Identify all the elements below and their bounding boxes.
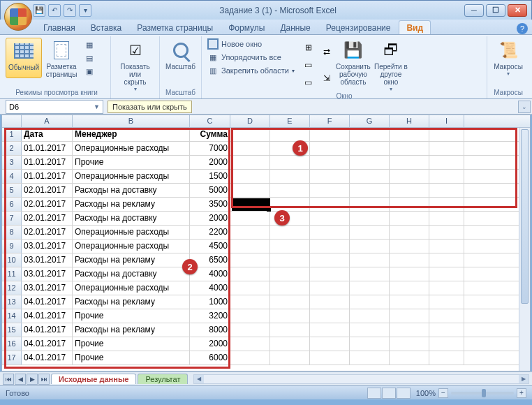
cell[interactable] (350, 212, 390, 225)
cell[interactable] (350, 198, 390, 211)
cell[interactable] (429, 295, 464, 309)
cell[interactable]: 02.01.2017 (22, 184, 73, 197)
cell[interactable] (310, 337, 350, 351)
cell[interactable] (390, 226, 429, 239)
cell[interactable]: 01.01.2017 (22, 142, 73, 155)
cell[interactable] (429, 170, 464, 183)
formula-bar-expand[interactable]: ⌄ (518, 101, 531, 113)
cell[interactable] (230, 351, 270, 364)
cell[interactable] (429, 281, 464, 295)
cell[interactable] (429, 212, 464, 225)
cell[interactable] (230, 142, 270, 155)
cell[interactable]: 6000 (190, 351, 230, 364)
macros-button[interactable]: 📜 Макросы ▾ (490, 38, 526, 77)
cell[interactable] (390, 156, 429, 169)
cell[interactable]: Прочие (73, 337, 190, 351)
cell[interactable] (429, 198, 464, 211)
reset-pos-icon[interactable]: ⇲ (321, 73, 332, 84)
cell[interactable]: 3500 (190, 198, 230, 211)
cell[interactable] (390, 309, 429, 323)
cell[interactable] (270, 128, 310, 141)
cell[interactable] (230, 295, 270, 309)
cell[interactable] (310, 184, 350, 197)
cell[interactable] (350, 281, 390, 295)
cell[interactable] (230, 156, 270, 169)
cell[interactable] (310, 351, 350, 364)
cell[interactable]: 02.01.2017 (22, 226, 73, 239)
cell[interactable] (310, 253, 350, 267)
hscroll-right[interactable]: ▶ (519, 375, 529, 383)
cell[interactable]: 4000 (190, 281, 230, 295)
tab-data[interactable]: Данные (273, 21, 317, 34)
arrange-all-button[interactable]: ▦Упорядочить все (205, 51, 297, 64)
row-header[interactable]: 15 (2, 323, 22, 337)
cell[interactable] (390, 142, 429, 155)
cell[interactable] (429, 337, 464, 351)
cell[interactable] (270, 281, 310, 295)
row-header[interactable]: 14 (2, 309, 22, 323)
row-header[interactable]: 7 (2, 212, 22, 225)
cell[interactable]: 03.01.2017 (22, 240, 73, 253)
cell[interactable]: 1000 (190, 295, 230, 309)
cell[interactable] (350, 323, 390, 337)
cell[interactable] (230, 212, 270, 225)
cell[interactable]: Операционные расходы (73, 142, 190, 155)
cell[interactable] (310, 240, 350, 253)
row-header[interactable]: 2 (2, 142, 22, 155)
cell[interactable]: Операционные расходы (73, 281, 190, 295)
scrollbar-thumb[interactable] (521, 129, 529, 304)
cell[interactable] (270, 253, 310, 267)
cell[interactable] (390, 240, 429, 253)
cell[interactable] (230, 323, 270, 337)
zoom-thumb[interactable] (482, 389, 486, 397)
view-page-layout-button[interactable]: Разметка страницы (43, 38, 80, 78)
cell[interactable]: 03.01.2017 (22, 281, 73, 295)
column-header-D[interactable]: D (230, 115, 270, 127)
cell[interactable] (350, 128, 390, 141)
cell[interactable] (429, 142, 464, 155)
cell[interactable]: Прочие (73, 309, 190, 323)
cell[interactable] (310, 323, 350, 337)
cell[interactable] (310, 128, 350, 141)
cell[interactable]: 03.01.2017 (22, 267, 73, 281)
save-workspace-button[interactable]: 💾 Сохранить рабочую область (335, 38, 371, 92)
cell[interactable] (390, 323, 429, 337)
cell[interactable] (270, 351, 310, 364)
tab-page-layout[interactable]: Разметка страницы (130, 21, 220, 34)
cell[interactable] (350, 142, 390, 155)
cell[interactable]: 04.01.2017 (22, 351, 73, 364)
row-header[interactable]: 10 (2, 253, 22, 267)
cell[interactable]: Операционные расходы (73, 170, 190, 183)
view-normal-icon[interactable] (367, 388, 381, 399)
cell[interactable] (350, 351, 390, 364)
view-pagebreak-button[interactable]: ▦ (81, 38, 98, 51)
cell[interactable] (310, 226, 350, 239)
select-all-button[interactable] (2, 115, 22, 127)
row-header[interactable]: 16 (2, 337, 22, 351)
tab-review[interactable]: Рецензирование (319, 21, 398, 34)
sheet-tab-1[interactable]: Исходные данные (51, 374, 136, 384)
column-header-I[interactable]: I (429, 115, 464, 127)
row-header[interactable]: 13 (2, 295, 22, 309)
cell[interactable] (429, 309, 464, 323)
new-window-button[interactable]: Новое окно (205, 38, 297, 50)
office-button[interactable] (4, 3, 32, 31)
view-custom-button[interactable]: ▤ (81, 52, 98, 64)
cell[interactable] (270, 156, 310, 169)
cell[interactable] (350, 156, 390, 169)
view-layout-icon[interactable] (382, 388, 396, 399)
hide-icon[interactable]: ▭ (303, 59, 314, 71)
qat-save-icon[interactable]: 💾 (33, 4, 45, 17)
cell[interactable] (270, 184, 310, 197)
cell[interactable] (429, 156, 464, 169)
maximize-button[interactable]: ☐ (486, 4, 505, 17)
switch-windows-button[interactable]: 🗗 Перейти в другое окно ▾ (373, 38, 409, 92)
view-normal-button[interactable]: Обычный (6, 38, 42, 78)
cell[interactable] (310, 309, 350, 323)
unhide-icon[interactable]: ▭ (303, 77, 314, 88)
cell[interactable]: 8000 (190, 323, 230, 337)
cell[interactable] (429, 226, 464, 239)
cell[interactable]: Расходы на рекламу (73, 253, 190, 267)
cell[interactable] (350, 309, 390, 323)
spreadsheet-grid[interactable]: ABCDEFGHI 1ДатаМенеджерСумма201.01.2017О… (1, 115, 531, 371)
